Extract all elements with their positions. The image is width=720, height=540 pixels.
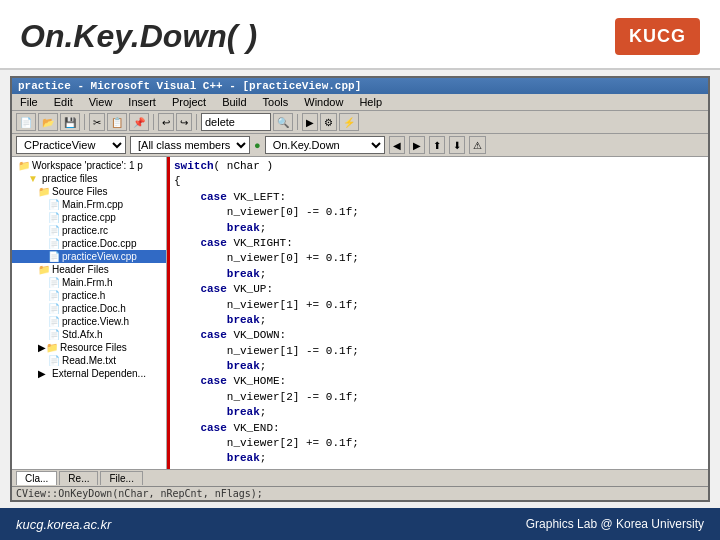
tree-header-files[interactable]: 📁 Header Files: [12, 263, 166, 276]
nav-extra2[interactable]: ⬇: [449, 136, 465, 154]
code-line-4: n_viewer[0] -= 0.1f;: [174, 205, 704, 220]
rfile-icon-1: 📄: [48, 355, 60, 366]
hfile-icon-4: 📄: [48, 316, 60, 327]
footer-org: Graphics Lab @ Korea University: [526, 517, 704, 531]
ide-window: practice - Microsoft Visual C++ - [pract…: [10, 76, 710, 502]
header-files-label: Header Files: [52, 264, 109, 275]
kucg-badge: KUCG: [615, 18, 700, 55]
code-line-9: case VK_UP:: [174, 282, 704, 297]
hfile-icon-5: 📄: [48, 329, 60, 340]
members-selector[interactable]: [All class members]: [130, 136, 250, 154]
file-tree[interactable]: 📁 Workspace 'practice': 1 p ▼ practice f…: [12, 157, 167, 469]
method-indicator: ●: [254, 139, 261, 151]
menu-view[interactable]: View: [85, 95, 117, 109]
file-doc: practice.Doc.cpp: [62, 238, 136, 249]
nav-back[interactable]: ◀: [389, 136, 405, 154]
tree-practicedoc-h[interactable]: 📄 practice.Doc.h: [12, 302, 166, 315]
tree-practice-h[interactable]: 📄 practice.h: [12, 289, 166, 302]
code-line-5: break;: [174, 221, 704, 236]
footer-url: kucg.korea.ac.kr: [16, 517, 111, 532]
code-editor[interactable]: switch( nChar ) { case VK_LEFT: n_viewer…: [167, 157, 708, 469]
code-line-7: n_viewer[0] += 0.1f;: [174, 251, 704, 266]
tree-file-rc[interactable]: 📄 practice.rc: [12, 224, 166, 237]
toolbar-undo[interactable]: ↩: [158, 113, 174, 131]
code-line-3: case VK_LEFT:: [174, 190, 704, 205]
tree-stdafx-h[interactable]: 📄 Std.Afx.h: [12, 328, 166, 341]
file-view: practiceView.cpp: [62, 251, 137, 262]
toolbar-copy[interactable]: 📋: [107, 113, 127, 131]
menu-build[interactable]: Build: [218, 95, 250, 109]
menu-window[interactable]: Window: [300, 95, 347, 109]
toolbar-search-input[interactable]: [201, 113, 271, 131]
code-line-1: switch( nChar ): [174, 159, 704, 174]
tree-project[interactable]: ▼ practice files: [12, 172, 166, 185]
menu-project[interactable]: Project: [168, 95, 210, 109]
practiceview-h: practice.View.h: [62, 316, 129, 327]
code-line-19: n_viewer[2] += 0.1f;: [174, 436, 704, 451]
toolbar-redo[interactable]: ↪: [176, 113, 192, 131]
tab-file[interactable]: File...: [100, 471, 142, 485]
toolbar-search-btn[interactable]: 🔍: [273, 113, 293, 131]
tab-class[interactable]: Cla...: [16, 471, 57, 485]
practicedoc-h: practice.Doc.h: [62, 303, 126, 314]
hfile-icon-1: 📄: [48, 277, 60, 288]
menu-tools[interactable]: Tools: [259, 95, 293, 109]
file-practice: practice.cpp: [62, 212, 116, 223]
toolbar-extra2[interactable]: ⚙: [320, 113, 337, 131]
tree-file-doc[interactable]: 📄 practice.Doc.cpp: [12, 237, 166, 250]
toolbar-open[interactable]: 📂: [38, 113, 58, 131]
code-line-18: case VK_END:: [174, 421, 704, 436]
toolbar-save[interactable]: 💾: [60, 113, 80, 131]
toolbar-new[interactable]: 📄: [16, 113, 36, 131]
tree-mainfrm-h[interactable]: 📄 Main.Frm.h: [12, 276, 166, 289]
toolbar-extra3[interactable]: ⚡: [339, 113, 359, 131]
code-line-15: case VK_HOME:: [174, 374, 704, 389]
tree-file-view[interactable]: 📄 practiceView.cpp: [12, 250, 166, 263]
nav-extra3[interactable]: ⚠: [469, 136, 486, 154]
toolbar-cut[interactable]: ✂: [89, 113, 105, 131]
code-line-14: break;: [174, 359, 704, 374]
file-rc: practice.rc: [62, 225, 108, 236]
tree-workspace[interactable]: 📁 Workspace 'practice': 1 p: [12, 159, 166, 172]
project-label: practice files: [42, 173, 98, 184]
class-selector[interactable]: CPracticeView: [16, 136, 126, 154]
tree-readme[interactable]: 📄 Read.Me.txt: [12, 354, 166, 367]
code-line-20: break;: [174, 451, 704, 466]
mainfrm-h: Main.Frm.h: [62, 277, 113, 288]
workspace-label: Workspace 'practice': 1 p: [32, 160, 143, 171]
menu-edit[interactable]: Edit: [50, 95, 77, 109]
method-selector[interactable]: On.Key.Down: [265, 136, 385, 154]
menu-help[interactable]: Help: [355, 95, 386, 109]
tree-source-files[interactable]: 📁 Source Files: [12, 185, 166, 198]
main-content: practice - Microsoft Visual C++ - [pract…: [0, 70, 720, 508]
toolbar-paste[interactable]: 📌: [129, 113, 149, 131]
toolbar-extra1[interactable]: ▶: [302, 113, 318, 131]
separator-3: [196, 114, 197, 130]
hfile-icon-3: 📄: [48, 303, 60, 314]
tree-resource-files[interactable]: ▶📁 Resource Files: [12, 341, 166, 354]
menu-insert[interactable]: Insert: [124, 95, 160, 109]
workspace-icon: 📁: [18, 160, 30, 171]
tree-file-mainfrm[interactable]: 📄 Main.Frm.cpp: [12, 198, 166, 211]
source-folder-icon: 📁: [38, 186, 50, 197]
nav-forward[interactable]: ▶: [409, 136, 425, 154]
file-icon-3: 📄: [48, 225, 60, 236]
external-icon: ▶: [38, 368, 50, 379]
ide-statusbar: CView::OnKeyDown(nChar, nRepCnt, nFlags)…: [12, 486, 708, 500]
tab-resource[interactable]: Re...: [59, 471, 98, 485]
ide-toolbar: 📄 📂 💾 ✂ 📋 📌 ↩ ↪ 🔍 ▶ ⚙ ⚡: [12, 111, 708, 134]
header: On.Key.Down( ) KUCG: [0, 0, 720, 70]
file-icon-1: 📄: [48, 199, 60, 210]
menu-file[interactable]: File: [16, 95, 42, 109]
code-line-10: n_viewer[1] += 0.1f;: [174, 298, 704, 313]
resource-files-label: Resource Files: [60, 342, 127, 353]
tree-practiceview-h[interactable]: 📄 practice.View.h: [12, 315, 166, 328]
tree-file-practice[interactable]: 📄 practice.cpp: [12, 211, 166, 224]
external-label: External Dependen...: [52, 368, 146, 379]
tree-external[interactable]: ▶ External Dependen...: [12, 367, 166, 380]
separator-1: [84, 114, 85, 130]
code-line-2: {: [174, 174, 704, 189]
separator-4: [297, 114, 298, 130]
nav-extra1[interactable]: ⬆: [429, 136, 445, 154]
ide-class-bar: CPracticeView [All class members] ● On.K…: [12, 134, 708, 157]
